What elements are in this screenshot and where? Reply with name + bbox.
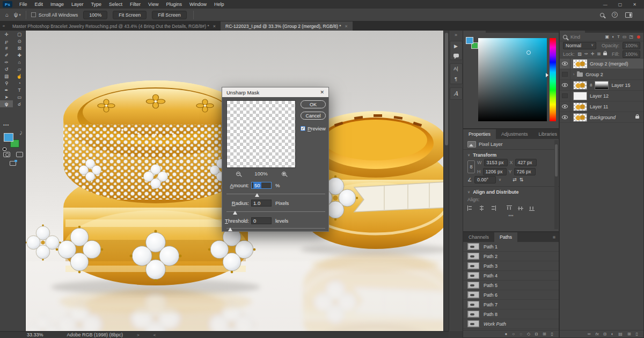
expand-panels-icon[interactable]: »	[455, 32, 457, 38]
amount-slider-thumb[interactable]	[255, 193, 259, 197]
layer-name[interactable]: Group 2 (merged)	[590, 61, 628, 67]
tool-preset-chevron-icon[interactable]: ▾	[19, 13, 21, 17]
fill-screen-button[interactable]: Fill Screen	[152, 11, 187, 19]
blend-mode-select[interactable]: Normal ∨	[563, 42, 596, 49]
menu-layer[interactable]: Layer	[68, 0, 87, 9]
preview-checkbox[interactable]: ✓	[301, 126, 305, 131]
help-icon[interactable]: ?	[612, 12, 618, 18]
clone-stamp-tool[interactable]: ⌂	[13, 58, 26, 65]
type-tool[interactable]: T	[13, 86, 26, 93]
collapse-tabs-icon[interactable]: «	[0, 21, 8, 31]
layer-row-background[interactable]: Background	[560, 112, 643, 123]
load-path-selection-icon[interactable]: ◌	[519, 332, 522, 336]
document-tab-1[interactable]: Master Photoshop Bracelet Jewelry Retouc…	[8, 21, 221, 31]
color-picker-ring[interactable]	[526, 50, 531, 55]
tab-properties[interactable]: Properties	[463, 129, 496, 139]
flip-vertical-icon[interactable]: ⇅	[519, 177, 524, 182]
layer-name[interactable]: Layer 15	[611, 83, 630, 88]
lock-artboard-icon[interactable]: ⊞	[597, 52, 601, 56]
new-layer-icon[interactable]: ⊞	[627, 332, 631, 336]
rotation-field[interactable]: 0.00°	[474, 176, 496, 183]
layer-visibility-icon[interactable]	[562, 83, 568, 87]
dodge-tool[interactable]: ⚲	[0, 79, 13, 86]
object-selection-tool[interactable]: ⊙	[13, 38, 26, 45]
path-row[interactable]: Path 1	[463, 242, 559, 252]
path-row[interactable]: Path 8	[463, 310, 559, 319]
status-next-icon[interactable]: >	[137, 333, 140, 337]
zoom-100-button[interactable]: 100%	[83, 11, 107, 19]
link-layers-icon[interactable]: ∞	[588, 332, 591, 336]
path-selection-tool[interactable]: ➤	[0, 93, 13, 100]
threshold-slider-thumb[interactable]	[228, 227, 232, 231]
glyphs-panel-icon[interactable]: A	[454, 90, 458, 97]
align-left-icon[interactable]	[467, 205, 473, 211]
amount-slider[interactable]	[226, 194, 325, 194]
layer-row-group2[interactable]: › Group 2	[560, 69, 643, 80]
filter-pixel-icon[interactable]: ▣	[605, 34, 610, 39]
flip-horizontal-icon[interactable]: ⇄	[513, 177, 517, 182]
canvas-scrollbar[interactable]	[443, 31, 449, 331]
radius-input[interactable]: 1.0	[251, 200, 272, 207]
path-row[interactable]: Path 2	[463, 252, 559, 261]
tab-adjustments[interactable]: Adjustments	[496, 129, 533, 139]
brush-tool[interactable]: ✑	[0, 58, 13, 65]
filter-shape-icon[interactable]: ▭	[623, 34, 627, 39]
layer-visibility-off-icon[interactable]	[562, 93, 568, 98]
radius-slider-thumb[interactable]	[233, 211, 237, 215]
menu-view[interactable]: View	[144, 0, 162, 9]
menu-image[interactable]: Image	[47, 0, 68, 9]
swap-colors-icon[interactable]: ⤸	[20, 131, 22, 135]
y-field[interactable]: 726 px	[514, 168, 536, 175]
fill-field[interactable]: 100%	[623, 50, 640, 58]
path-row[interactable]: Path 7	[463, 300, 559, 310]
hue-ramp[interactable]	[550, 38, 556, 121]
filter-on-indicator[interactable]	[637, 35, 640, 39]
layer-row-group2-merged[interactable]: Group 2 (merged)	[560, 58, 643, 69]
layer-thumbnail[interactable]	[573, 92, 587, 100]
layer-name[interactable]: Group 2	[586, 72, 603, 77]
frame-tool[interactable]: ⊠	[13, 45, 26, 52]
filter-smart-object-icon[interactable]: ◳	[629, 34, 633, 39]
fill-path-icon[interactable]: ●	[504, 332, 507, 336]
tab-channels[interactable]: Channels	[463, 232, 494, 242]
path-row[interactable]: Path 5	[463, 281, 559, 290]
filter-type-icon[interactable]: T	[617, 34, 620, 39]
path-row[interactable]: Path 3	[463, 261, 559, 271]
shape-tool[interactable]: ▭	[13, 93, 26, 100]
gradient-tool[interactable]: ▨	[0, 72, 13, 79]
panel-menu-icon[interactable]: ≡	[553, 234, 559, 240]
threshold-input[interactable]: 0	[251, 217, 272, 224]
default-colors-icon[interactable]	[3, 148, 6, 151]
layer-name[interactable]: Layer 12	[590, 93, 609, 99]
edit-toolbar-icon[interactable]: •••	[3, 122, 25, 127]
more-options-icon[interactable]: •••	[508, 213, 513, 218]
transform-section-header[interactable]: Transform	[473, 152, 496, 158]
cancel-button[interactable]: Cancel	[301, 112, 326, 120]
align-right-icon[interactable]	[490, 205, 496, 211]
comments-panel-icon[interactable]	[453, 54, 459, 57]
width-field[interactable]: 3153 px	[484, 159, 508, 166]
stroke-path-icon[interactable]: ○	[512, 332, 515, 336]
history-brush-tool[interactable]: ↺	[0, 65, 13, 72]
threshold-slider[interactable]	[226, 228, 325, 229]
zoom-out-icon[interactable]	[236, 172, 240, 176]
hue-pointer-icon[interactable]	[546, 73, 551, 77]
properties-scrollbar[interactable]	[554, 140, 558, 229]
layer-mask-thumbnail[interactable]	[595, 81, 609, 90]
align-center-vertical-icon[interactable]	[518, 205, 524, 211]
new-path-icon[interactable]: ⊞	[543, 332, 546, 336]
work-path-row[interactable]: Work Path	[463, 319, 559, 329]
group-expand-icon[interactable]: ›	[573, 72, 574, 76]
lock-all-icon[interactable]	[603, 53, 607, 55]
layer-style-icon[interactable]: fx	[595, 332, 598, 336]
sponge-tool[interactable]: ◔	[13, 79, 26, 86]
crop-tool[interactable]: #	[0, 45, 13, 52]
healing-brush-tool[interactable]: ✚	[13, 52, 26, 58]
path-row[interactable]: Path 6	[463, 290, 559, 300]
delete-path-icon[interactable]: ▯	[551, 332, 553, 336]
layer-visibility-off-icon[interactable]	[562, 72, 568, 77]
menu-edit[interactable]: Edit	[31, 0, 47, 9]
zoom-level[interactable]: 33.33%	[27, 332, 43, 337]
layer-thumbnail[interactable]	[573, 102, 587, 111]
lock-paint-icon[interactable]: ✑	[584, 52, 588, 56]
